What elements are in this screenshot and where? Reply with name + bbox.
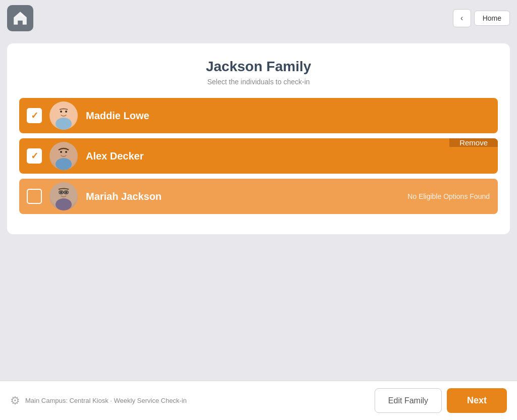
edit-family-button[interactable]: Edit Family: [375, 388, 442, 413]
person-row-maddie[interactable]: ✓ Maddie Lowe: [19, 98, 498, 133]
main-content: Jackson Family Select the individuals to…: [0, 36, 517, 381]
kiosk-info: Main Campus: Central Kiosk · Weekly Serv…: [25, 397, 187, 404]
remove-alex-button[interactable]: Remove: [449, 138, 498, 147]
person-name-alex: Alex Decker: [86, 150, 449, 162]
checkbox-mariah[interactable]: [27, 189, 42, 204]
bottom-actions: Edit Family Next: [375, 388, 507, 413]
gear-icon: ⚙: [10, 394, 20, 407]
svg-point-10: [60, 191, 62, 193]
svg-point-6: [60, 151, 62, 153]
person-row-alex[interactable]: ✓ Alex Decker Remove: [19, 138, 498, 174]
back-button[interactable]: ‹: [453, 9, 471, 27]
checkbox-area-mariah[interactable]: [19, 179, 49, 214]
checkmark-alex: ✓: [31, 151, 38, 161]
avatar-alex: [49, 142, 78, 170]
no-eligible-mariah: No Eligible Options Found: [407, 192, 498, 200]
next-button[interactable]: Next: [447, 388, 507, 413]
avatar-mariah: [49, 182, 78, 211]
top-bar: ‹ Home: [0, 0, 517, 36]
checkbox-alex[interactable]: ✓: [27, 148, 42, 164]
svg-point-5: [56, 158, 72, 170]
family-title: Jackson Family: [19, 59, 498, 75]
checkbox-maddie[interactable]: ✓: [27, 108, 42, 123]
family-card: Jackson Family Select the individuals to…: [7, 43, 510, 234]
bottom-info: ⚙ Main Campus: Central Kiosk · Weekly Se…: [10, 394, 187, 407]
logo-button[interactable]: [7, 5, 33, 31]
checkbox-area-maddie[interactable]: ✓: [19, 98, 49, 133]
svg-point-9: [56, 198, 72, 211]
avatar-maddie: [49, 101, 78, 130]
svg-point-3: [65, 111, 67, 113]
subtitle: Select the individuals to check-in: [19, 78, 498, 86]
svg-point-2: [60, 111, 62, 113]
chevron-left-icon: ‹: [460, 14, 463, 23]
svg-point-11: [65, 191, 67, 193]
svg-point-1: [56, 118, 72, 130]
svg-point-7: [65, 151, 67, 153]
checkmark-maddie: ✓: [31, 111, 38, 120]
person-name-mariah: Mariah Jackson: [86, 191, 407, 202]
svg-point-0: [57, 106, 71, 120]
bottom-bar: ⚙ Main Campus: Central Kiosk · Weekly Se…: [0, 381, 517, 420]
home-button[interactable]: Home: [474, 11, 510, 26]
person-name-maddie: Maddie Lowe: [86, 110, 498, 122]
person-row-mariah[interactable]: Mariah Jackson No Eligible Options Found: [19, 179, 498, 214]
checkbox-area-alex[interactable]: ✓: [19, 138, 49, 174]
nav-right: ‹ Home: [453, 9, 510, 27]
